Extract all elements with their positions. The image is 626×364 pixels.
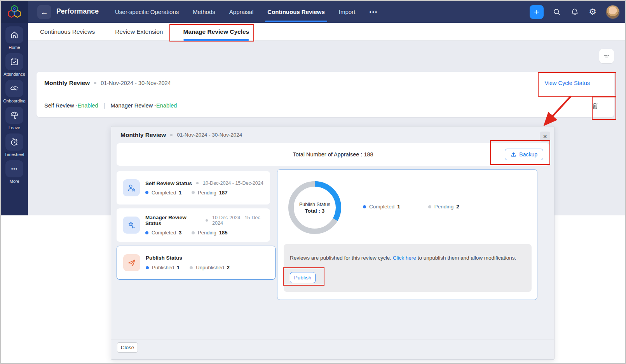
unpublished-dot (190, 266, 193, 269)
gear-icon: ⚙ (589, 7, 596, 17)
app-logo[interactable] (1, 1, 28, 23)
publish-note-box: Reviews are published for this review cy… (284, 244, 532, 292)
back-arrow-icon: ← (40, 8, 48, 17)
dot-separator (196, 182, 199, 184)
cycle-card-header-row: Monthly Review 01-Nov-2024 - 30-Nov-2024… (37, 72, 614, 94)
filter-icon (603, 52, 610, 60)
donut-center-total: Total : 3 (305, 208, 325, 214)
legend-label: Completed (369, 204, 394, 210)
subtab-bar: Continuous Reviews Review Extension Mana… (28, 23, 626, 41)
tab-review-extension[interactable]: Review Extension (115, 23, 163, 41)
self-review-status-card[interactable]: Self Review Status 10-Dec-2024 - 15-Dec-… (117, 171, 270, 205)
plus-icon: + (534, 7, 539, 17)
delete-cycle-button[interactable] (591, 102, 599, 110)
upload-icon (511, 152, 516, 158)
published-dot (146, 266, 149, 269)
legend-value: 2 (456, 204, 459, 210)
self-review-status: Enabled (77, 102, 98, 109)
view-cycle-status-link[interactable]: View Cycle Status (544, 80, 590, 86)
add-button[interactable]: + (530, 5, 544, 19)
nav-continuous-reviews[interactable]: Continuous Reviews (267, 1, 325, 23)
dot-separator (94, 82, 96, 84)
nav-import[interactable]: Import (339, 1, 356, 23)
status-card-date: 10-Dec-2024 - 15-Dec-2024 (212, 215, 270, 226)
nav-user-specific-operations[interactable]: User-specific Operations (115, 1, 179, 23)
tab-continuous-reviews[interactable]: Continuous Reviews (40, 23, 95, 41)
app-window: ← Performance User-specific Operations M… (0, 0, 626, 364)
search-button[interactable] (552, 7, 561, 17)
filter-button[interactable] (599, 49, 614, 63)
pending-dot (192, 191, 195, 194)
sidebar-item-home[interactable]: Home (5, 26, 23, 50)
pipe-separator: | (104, 102, 105, 109)
stat-value: 187 (219, 190, 228, 196)
modal-close-footer-button[interactable]: Close (117, 342, 138, 353)
completed-dot (145, 191, 148, 194)
sidebar-label: Attendance (3, 72, 25, 76)
manager-review-status-card[interactable]: Manager Review Status 10-Dec-2024 - 15-D… (117, 208, 270, 242)
publish-button[interactable]: Publish (290, 272, 316, 283)
status-card-title: Manager Review Status (145, 215, 201, 226)
publish-status-panel: Publish Status Total : 3 Completed 1 Pen… (277, 169, 537, 300)
sidebar-label: Timesheet (5, 152, 24, 157)
nav-methods[interactable]: Methods (193, 1, 215, 23)
dot-separator (170, 134, 173, 136)
stat-value: 185 (219, 230, 228, 236)
sidebar-item-onboarding[interactable]: Onboarding (3, 80, 26, 103)
bell-icon (570, 8, 579, 16)
cycle-status-modal: Monthly Review 01-Nov-2024 - 30-Nov-2024… (111, 126, 555, 360)
dot-separator (206, 219, 208, 222)
click-here-link[interactable]: Click here (393, 255, 416, 261)
stat-label: Pending (198, 190, 216, 196)
topbar-nav: User-specific Operations Methods Apprais… (115, 1, 378, 23)
manager-review-label: Manager Review - (110, 102, 156, 109)
sidebar-item-timesheet[interactable]: Timesheet (5, 133, 24, 157)
nav-appraisal[interactable]: Appraisal (229, 1, 254, 23)
completed-dot (145, 231, 148, 234)
publish-note-text: to unpublish them and allow modification… (416, 255, 516, 261)
timer-icon (10, 137, 19, 147)
zoho-people-logo-icon (6, 4, 23, 20)
home-icon (10, 30, 19, 40)
topbar: ← Performance User-specific Operations M… (1, 1, 625, 23)
topbar-actions: + ⚙ (530, 1, 620, 23)
stat-value: 1 (177, 265, 180, 270)
modal-title: Monthly Review (120, 132, 166, 139)
star-hand-icon (127, 220, 136, 230)
legend-label: Pending (434, 204, 454, 210)
review-cycle-card: Monthly Review 01-Nov-2024 - 30-Nov-2024… (37, 72, 614, 117)
backup-label: Backup (519, 151, 537, 158)
cycle-card-settings-row: Self Review - Enabled | Manager Review -… (37, 94, 614, 117)
cycle-date-range: 01-Nov-2024 - 30-Nov-2024 (101, 80, 171, 86)
donut-center-label: Publish Status (299, 202, 330, 207)
sidebar-label: Onboarding (3, 99, 26, 103)
nav-more-ellipsis-icon[interactable]: ••• (369, 1, 378, 23)
stat-value: 2 (227, 265, 230, 270)
manager-review-status: Enabled (156, 102, 177, 109)
modal-date-range: 01-Nov-2024 - 30-Nov-2024 (177, 132, 242, 138)
modal-close-button[interactable]: ✕ (540, 132, 550, 142)
handshake-icon (10, 84, 19, 93)
legend-completed-dot (363, 205, 366, 208)
sidebar-item-more[interactable]: ••• More (5, 160, 23, 184)
tab-manage-review-cycles[interactable]: Manage Review Cycles (183, 23, 249, 41)
user-avatar[interactable] (606, 5, 620, 19)
modal-header: Monthly Review 01-Nov-2024 - 30-Nov-2024 (111, 127, 554, 143)
modal-footer-divider (111, 340, 554, 340)
publish-note-text: Reviews are published for this review cy… (290, 255, 393, 261)
sidebar-item-attendance[interactable]: Attendance (3, 53, 25, 76)
sidebar-label: More (9, 179, 19, 184)
stat-value: 1 (179, 190, 181, 196)
total-appraisee-bar: Total Number of Appraisee : 188 Backup (117, 143, 549, 166)
trash-icon (591, 102, 599, 110)
settings-button[interactable]: ⚙ (588, 7, 597, 17)
stat-label: Pending (198, 230, 216, 236)
publish-status-card[interactable]: Publish Status Published 1 Unpublished 2 (117, 246, 276, 280)
stat-label: Unpublished (196, 265, 224, 270)
stat-label: Published (152, 265, 174, 270)
calendar-check-icon (10, 57, 19, 66)
notifications-button[interactable] (570, 7, 579, 17)
sidebar-item-leave[interactable]: Leave (5, 107, 23, 130)
back-button[interactable]: ← (37, 5, 51, 19)
backup-button[interactable]: Backup (505, 149, 543, 160)
